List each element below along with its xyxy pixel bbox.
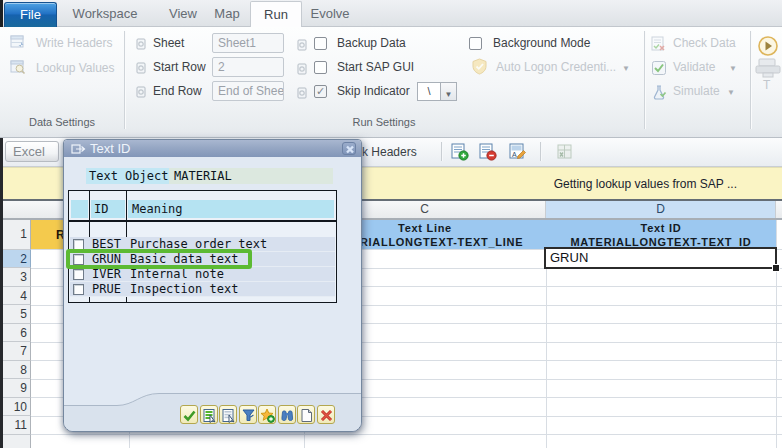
mark-headers-button[interactable]: k Headers xyxy=(362,145,417,159)
end-row-field-input[interactable]: End of Sheet xyxy=(212,81,284,101)
chevron-down-icon: ▼ xyxy=(445,90,453,99)
chevron-down-icon[interactable]: ▼ xyxy=(622,64,630,73)
row-header-4[interactable]: 4 xyxy=(3,287,31,306)
backup-data-checkbox[interactable] xyxy=(314,37,327,50)
sap-button-copy-outline[interactable] xyxy=(219,405,237,424)
add-record-icon[interactable] xyxy=(451,143,469,165)
sap-button-find[interactable] xyxy=(278,405,296,424)
tab-evolve[interactable]: Evolve xyxy=(305,0,355,26)
skip-indicator-label: Skip Indicator xyxy=(337,84,410,98)
copy-outline-icon xyxy=(221,408,236,423)
text-object-label: Text Object xyxy=(86,168,169,184)
chevron-down-icon[interactable]: ▼ xyxy=(729,64,737,73)
sap-button-confirm[interactable] xyxy=(180,405,198,424)
write-headers-button[interactable]: Write Headers xyxy=(36,36,112,50)
cell-d1[interactable]: Text ID MATERIALLONGTEXT-TEXT_ID xyxy=(546,220,776,250)
edit-record-icon[interactable]: A.. xyxy=(509,143,527,165)
meaning-column-header[interactable]: Meaning xyxy=(128,200,334,218)
sap-button-copy-list[interactable] xyxy=(200,405,218,424)
dialog-window-icon xyxy=(71,143,86,155)
text-id-value[interactable]: IVER xyxy=(92,267,121,282)
sheet-lock-icon xyxy=(136,36,147,54)
sap-button-close[interactable] xyxy=(317,405,335,424)
sheet-lock-icon xyxy=(136,60,147,78)
sheet-field-input[interactable]: Sheet1 xyxy=(212,33,284,53)
text-id-dialog: Text ID Text Object MATERIAL ID Meaning … xyxy=(63,139,362,432)
option-lock-icon xyxy=(297,37,308,55)
row-header-2[interactable]: 2 xyxy=(3,250,31,269)
tab-view[interactable]: View xyxy=(158,0,208,26)
text-id-row-prue[interactable]: PRUEInspection text xyxy=(70,282,335,297)
row-header-10[interactable]: 10 xyxy=(3,398,31,417)
checkbox-column-header xyxy=(71,200,88,218)
column-header-e[interactable]: E xyxy=(776,201,782,218)
row-header-11[interactable]: 11 xyxy=(3,416,31,435)
row-header-8[interactable]: 8 xyxy=(3,361,31,380)
text-id-meaning[interactable]: Inspection text xyxy=(130,282,238,297)
chevron-down-icon[interactable]: ▼ xyxy=(727,88,735,97)
filter-icon xyxy=(241,408,256,423)
check-data-button[interactable]: Check Data xyxy=(673,36,736,50)
auto-logon-button[interactable]: Auto Logon Credenti... xyxy=(496,60,616,74)
sap-button-new-page[interactable] xyxy=(297,405,315,424)
group-divider xyxy=(644,31,645,129)
start-row-field-input[interactable]: 2 xyxy=(212,57,284,77)
excel-mode-selector[interactable]: Excel xyxy=(5,141,59,162)
text-id-meaning[interactable]: Internal note xyxy=(130,267,224,282)
start-sap-gui-checkbox[interactable] xyxy=(314,61,327,74)
excel-sheet-icon xyxy=(556,143,574,165)
option-lock-icon xyxy=(297,61,308,79)
dialog-title: Text ID xyxy=(90,141,130,156)
favorite-add-icon xyxy=(260,408,275,423)
sheet-field-label: Sheet xyxy=(153,36,184,50)
start-sap-gui-label: Start SAP GUI xyxy=(337,60,414,74)
toolbar-separator xyxy=(441,142,442,161)
row-header-7[interactable]: 7 xyxy=(3,342,31,361)
close-icon xyxy=(319,408,334,423)
row-header-9[interactable]: 9 xyxy=(3,379,31,398)
text-id-table: ID Meaning BESTPurchase order textGRUNBa… xyxy=(68,190,337,303)
text-id-value[interactable]: PRUE xyxy=(92,282,121,297)
group-divider xyxy=(750,31,751,129)
id-column-header[interactable]: ID xyxy=(91,200,125,218)
row-header-1[interactable]: 1 xyxy=(3,220,31,250)
skip-indicator-dropdown-button[interactable]: ▼ xyxy=(440,82,457,101)
group-divider xyxy=(124,31,125,129)
skip-indicator-checkbox[interactable]: ✓ xyxy=(314,85,327,98)
skip-indicator-value-box[interactable]: \ xyxy=(417,82,441,101)
fill-handle[interactable] xyxy=(772,264,780,272)
delete-record-icon[interactable] xyxy=(479,143,497,165)
tab-file[interactable]: File xyxy=(4,2,57,27)
group-label-data-settings: Data Settings xyxy=(12,116,112,128)
ribbon: Data Settings Run Settings Write Headers… xyxy=(0,27,782,138)
column-header-d[interactable]: D xyxy=(546,201,776,218)
sheet-lock-icon xyxy=(136,84,147,102)
tab-run[interactable]: Run xyxy=(250,1,302,27)
lookup-values-icon xyxy=(10,59,26,75)
row-header-5[interactable]: 5 xyxy=(3,305,31,324)
tab-workspace[interactable]: Workspace xyxy=(60,0,150,26)
validate-icon xyxy=(651,60,667,80)
new-page-icon xyxy=(299,408,314,423)
window-edge-top xyxy=(0,0,3,27)
selected-cell-d2[interactable]: GRUN xyxy=(544,247,777,269)
text-id-row-iver[interactable]: IVERInternal note xyxy=(70,267,335,282)
background-mode-checkbox[interactable] xyxy=(469,37,482,50)
sap-button-filter[interactable] xyxy=(239,405,257,424)
run-test-label[interactable]: T xyxy=(763,78,770,92)
row-checkbox-iver[interactable] xyxy=(73,269,84,280)
status-message: Getting lookup values from SAP ... xyxy=(554,177,737,191)
simulate-button[interactable]: Simulate xyxy=(673,84,720,98)
sap-button-favorite-add[interactable] xyxy=(258,405,276,424)
row-header-3[interactable]: 3 xyxy=(3,268,31,287)
tab-map[interactable]: Map xyxy=(202,0,252,26)
text-object-value[interactable]: MATERIAL xyxy=(169,168,333,184)
row-checkbox-prue[interactable] xyxy=(73,284,84,295)
backup-data-label: Backup Data xyxy=(337,36,406,50)
dialog-close-button[interactable] xyxy=(342,142,356,155)
validate-button[interactable]: Validate xyxy=(673,60,715,74)
lookup-values-button[interactable]: Lookup Values xyxy=(36,61,115,75)
dialog-title-bar[interactable]: Text ID xyxy=(64,140,361,157)
close-icon xyxy=(344,144,356,155)
row-header-6[interactable]: 6 xyxy=(3,324,31,343)
